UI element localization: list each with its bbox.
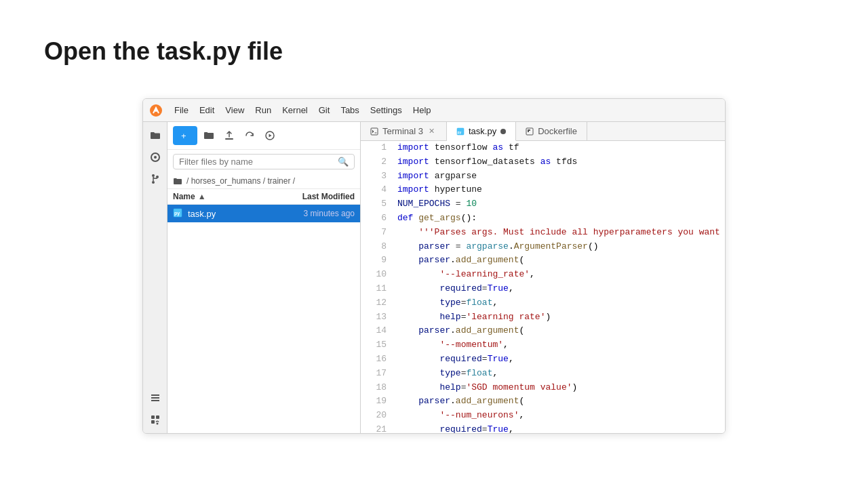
svg-text:py: py	[457, 130, 461, 134]
menu-kernel[interactable]: Kernel	[277, 102, 313, 118]
svg-rect-7	[151, 394, 159, 396]
search-input[interactable]	[179, 157, 338, 167]
breadcrumb: / horses_or_humans / trainer /	[167, 174, 360, 189]
col-name-header[interactable]: Name ▲	[173, 192, 280, 201]
code-line-8: 8 parser = argparse.ArgumentParser()	[361, 240, 725, 254]
file-list-header: Name ▲ Last Modified	[167, 189, 360, 205]
code-line-18: 18 help='SGD momentum value')	[361, 381, 725, 395]
code-line-5: 5 NUM_EPOCHS = 10	[361, 197, 725, 211]
sidebar-folder-icon[interactable]	[146, 126, 165, 145]
sidebar-git-icon[interactable]	[146, 169, 165, 188]
sidebar-puzzle-icon[interactable]	[146, 410, 165, 429]
svg-rect-12	[151, 420, 155, 424]
svg-rect-14	[225, 138, 233, 140]
code-line-16: 16 required=True,	[361, 352, 725, 367]
svg-rect-10	[151, 415, 155, 419]
svg-point-1	[155, 109, 157, 112]
sort-arrow-icon: ▲	[198, 192, 206, 201]
code-line-7: 7 '''Parses args. Must include all hyper…	[361, 226, 725, 240]
svg-rect-21	[526, 128, 533, 135]
code-line-1: 1 import tensorflow as tf	[361, 141, 725, 155]
folder-button[interactable]	[200, 127, 218, 144]
run-button[interactable]	[261, 127, 279, 144]
file-type-icon: py	[173, 208, 184, 219]
tab-bar: Terminal 3 ✕ py task.py Dock	[361, 122, 725, 141]
breadcrumb-text: / horses_or_humans / trainer /	[186, 176, 295, 186]
code-line-20: 20 '--num_neurons',	[361, 409, 725, 423]
terminal-icon	[370, 127, 378, 136]
svg-text:py: py	[174, 211, 180, 216]
file-modified: 3 minutes ago	[280, 209, 355, 218]
tab-modified-dot	[500, 129, 506, 134]
app-window: File Edit View Run Kernel Git Tabs Setti…	[142, 98, 726, 434]
tab-terminal3[interactable]: Terminal 3 ✕	[361, 122, 447, 140]
sidebar-circle-icon[interactable]	[146, 148, 165, 167]
tab-taskpy[interactable]: py task.py	[447, 122, 516, 141]
menu-git[interactable]: Git	[313, 102, 336, 118]
new-button[interactable]: +	[173, 126, 197, 145]
file-browser-toolbar: +	[167, 122, 360, 150]
menu-help[interactable]: Help	[408, 102, 437, 118]
code-line-2: 2 import tensorflow_datasets as tfds	[361, 155, 725, 169]
new-plus-icon: +	[181, 131, 186, 141]
upload-button[interactable]	[220, 127, 238, 144]
code-line-17: 17 type=float,	[361, 367, 725, 381]
menu-settings[interactable]: Settings	[365, 102, 408, 118]
menu-tabs[interactable]: Tabs	[335, 102, 364, 118]
menu-edit[interactable]: Edit	[194, 102, 220, 118]
col-modified-header[interactable]: Last Modified	[280, 192, 355, 201]
code-editor[interactable]: 1 import tensorflow as tf 2 import tenso…	[361, 141, 725, 433]
sidebar-icons	[143, 122, 167, 433]
code-line-9: 9 parser.add_argument(	[361, 253, 725, 268]
menu-bar: File Edit View Run Kernel Git Tabs Setti…	[143, 99, 725, 122]
code-line-13: 13 help='learning rate')	[361, 310, 725, 325]
code-line-10: 10 '--learning_rate',	[361, 268, 725, 282]
content-area: +	[143, 122, 725, 433]
file-list: py task.py 3 minutes ago	[167, 205, 360, 222]
file-item-taskpy[interactable]: py task.py 3 minutes ago	[167, 205, 360, 222]
svg-point-6	[156, 176, 159, 178]
code-line-4: 4 import hypertune	[361, 183, 725, 197]
code-line-3: 3 import argparse	[361, 169, 725, 184]
menu-run[interactable]: Run	[250, 102, 277, 118]
code-line-21: 21 required=True,	[361, 423, 725, 433]
sidebar-list-icon[interactable]	[146, 388, 165, 407]
search-box: 🔍	[173, 154, 355, 169]
refresh-button[interactable]	[241, 127, 258, 144]
svg-rect-18	[371, 128, 378, 135]
code-line-6: 6 def get_args():	[361, 211, 725, 226]
file-name: task.py	[188, 209, 280, 219]
tab-dockerfile[interactable]: Dockerfile	[516, 122, 587, 140]
editor-area: Terminal 3 ✕ py task.py Dock	[361, 122, 725, 433]
code-line-14: 14 parser.add_argument(	[361, 324, 725, 338]
menu-file[interactable]: File	[169, 102, 194, 118]
svg-point-3	[154, 156, 157, 159]
svg-point-4	[152, 174, 155, 177]
menu-view[interactable]: View	[220, 102, 250, 118]
page-title: Open the task.py file	[44, 37, 283, 66]
tab-close-terminal[interactable]: ✕	[427, 127, 437, 136]
code-line-19: 19 parser.add_argument(	[361, 394, 725, 409]
app-logo	[149, 103, 163, 118]
file-browser: +	[167, 122, 361, 433]
dockerfile-icon	[526, 127, 534, 136]
svg-rect-8	[151, 397, 159, 399]
svg-rect-9	[151, 400, 159, 401]
code-line-15: 15 '--momentum',	[361, 338, 725, 352]
file-icon: py	[456, 127, 465, 136]
svg-point-13	[156, 423, 158, 425]
code-line-11: 11 required=True,	[361, 282, 725, 296]
search-icon: 🔍	[338, 157, 349, 167]
svg-rect-11	[156, 415, 159, 419]
svg-point-5	[152, 181, 155, 184]
code-line-12: 12 type=float,	[361, 296, 725, 310]
